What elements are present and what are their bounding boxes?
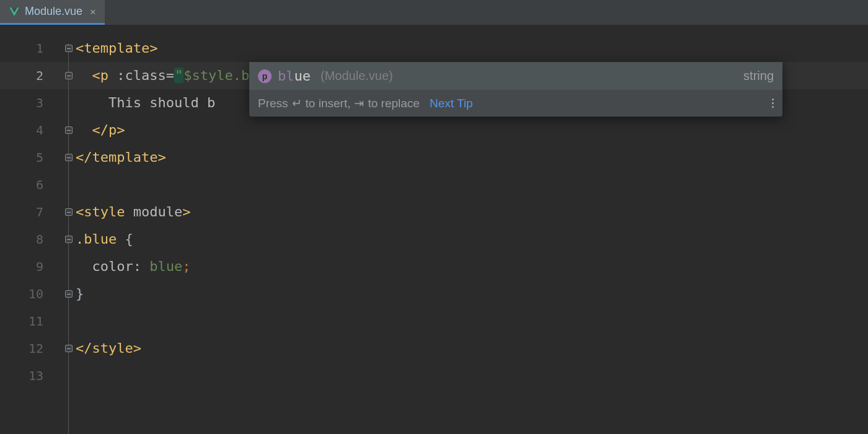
line-number: 5 bbox=[0, 144, 62, 171]
line-number: 12 bbox=[0, 335, 62, 362]
code-line: <template> bbox=[76, 35, 868, 62]
code-line: </p> bbox=[76, 117, 868, 144]
completion-footer: Press ↵ to insert, ⇥ to replace Next Tip bbox=[249, 90, 782, 117]
line-number: 6 bbox=[0, 171, 62, 198]
code-line: </template> bbox=[76, 144, 868, 171]
line-number: 11 bbox=[0, 308, 62, 335]
next-tip-link[interactable]: Next Tip bbox=[430, 97, 473, 110]
fold-toggle-icon[interactable] bbox=[65, 154, 73, 161]
line-number: 7 bbox=[0, 198, 62, 226]
fold-toggle-icon[interactable] bbox=[65, 345, 73, 352]
line-number: 13 bbox=[0, 362, 62, 389]
fold-toggle-icon[interactable] bbox=[65, 290, 73, 298]
line-number-gutter: 1 2 3 4 5 6 7 8 9 10 11 12 13 bbox=[0, 25, 62, 434]
line-number: 4 bbox=[0, 117, 62, 144]
editor: 1 2 3 4 5 6 7 8 9 10 11 12 13 <template>… bbox=[0, 25, 868, 434]
code-line: <style module> bbox=[76, 198, 868, 226]
line-number: 9 bbox=[0, 253, 62, 280]
code-line bbox=[76, 308, 868, 335]
line-number: 10 bbox=[0, 280, 62, 308]
code-completion-popup: p blue (Module.vue) string Press ↵ to in… bbox=[249, 62, 782, 117]
line-number: 3 bbox=[0, 89, 62, 117]
property-icon: p bbox=[258, 69, 272, 83]
vue-file-icon bbox=[9, 6, 20, 17]
code-line: } bbox=[76, 280, 868, 308]
line-number: 1 bbox=[0, 35, 62, 62]
line-number: 2 bbox=[0, 62, 62, 89]
completion-item[interactable]: p blue (Module.vue) string bbox=[249, 62, 782, 90]
code-line: .blue { bbox=[76, 226, 868, 253]
tab-key-icon: ⇥ bbox=[354, 96, 364, 110]
completion-name: blue bbox=[278, 68, 311, 84]
tab-bar: Module.vue ✕ bbox=[0, 0, 868, 25]
tab-label: Module.vue bbox=[25, 5, 82, 18]
completion-type: string bbox=[743, 69, 774, 83]
code-line: </style> bbox=[76, 335, 868, 362]
fold-gutter bbox=[62, 25, 76, 434]
code-line: color: blue; bbox=[76, 253, 868, 280]
line-number: 8 bbox=[0, 226, 62, 253]
fold-toggle-icon[interactable] bbox=[65, 236, 73, 243]
code-line bbox=[76, 362, 868, 389]
more-options-icon[interactable] bbox=[772, 99, 774, 108]
editor-tab-module-vue[interactable]: Module.vue ✕ bbox=[0, 0, 105, 25]
code-area[interactable]: <template> <p :class="$style.bl"> This s… bbox=[76, 25, 868, 434]
enter-key-icon: ↵ bbox=[292, 96, 302, 110]
fold-toggle-icon[interactable] bbox=[65, 208, 73, 216]
code-line bbox=[76, 171, 868, 198]
fold-toggle-icon[interactable] bbox=[65, 126, 73, 134]
completion-origin: (Module.vue) bbox=[321, 69, 393, 83]
fold-toggle-icon[interactable] bbox=[65, 45, 73, 52]
fold-toggle-icon[interactable] bbox=[65, 72, 73, 79]
close-icon[interactable]: ✕ bbox=[90, 6, 96, 17]
